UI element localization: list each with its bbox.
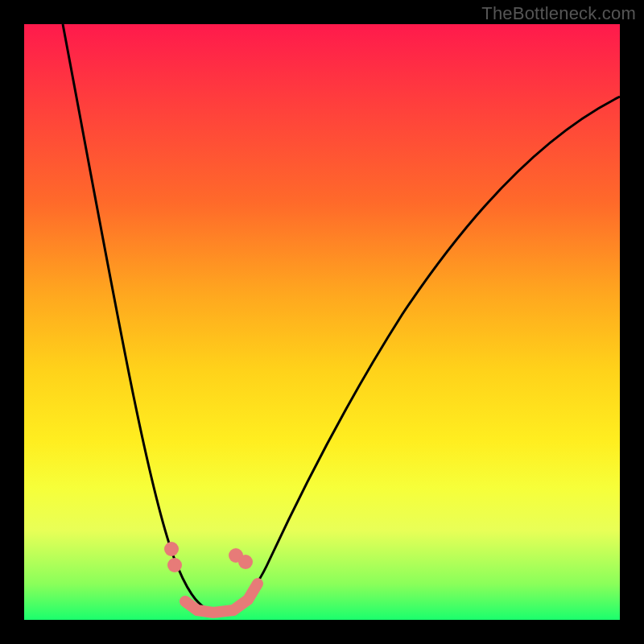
bottleneck-curve bbox=[63, 24, 620, 612]
plot-area bbox=[24, 24, 620, 620]
marker-dot bbox=[238, 555, 253, 569]
marker-dot bbox=[164, 542, 179, 556]
curve-layer bbox=[24, 24, 620, 620]
watermark-text: TheBottleneck.com bbox=[481, 3, 636, 24]
chart-frame: TheBottleneck.com bbox=[0, 0, 644, 644]
marker-dot bbox=[167, 558, 182, 572]
